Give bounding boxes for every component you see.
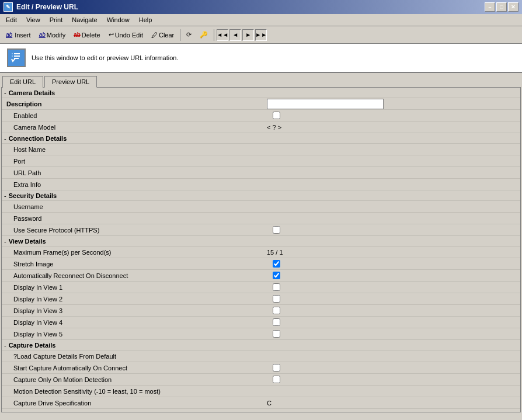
refresh-icon: ⟳ xyxy=(186,31,192,39)
menu-view[interactable]: View xyxy=(23,15,44,25)
label-duration: Maximum Duration (HH:MM) xyxy=(2,410,265,413)
insert-button[interactable]: ab Insert xyxy=(2,29,34,41)
value-extrainfo xyxy=(265,184,520,185)
section-view-details: - View Details xyxy=(2,236,520,247)
checkbox-cell-view4 xyxy=(265,318,288,326)
menu-bar: Edit View Print Navigate Window Help xyxy=(0,14,522,26)
form-row-hostname: Host Name xyxy=(2,144,520,155)
info-text: Use this window to edit or preview URL i… xyxy=(32,54,178,61)
tab-preview-url[interactable]: Preview URL xyxy=(44,76,97,88)
checkbox-view2[interactable] xyxy=(273,295,280,303)
undo-label: Undo Edit xyxy=(115,32,143,39)
form-row-view2: Display In View 2 xyxy=(2,293,520,305)
title-bar-buttons: – □ ✕ xyxy=(485,2,518,12)
label-password: Password xyxy=(2,214,265,223)
close-button[interactable]: ✕ xyxy=(508,2,518,12)
delete-label: Delete xyxy=(82,32,100,39)
separator-2 xyxy=(214,29,214,41)
nav-next-button[interactable]: ► xyxy=(242,29,254,41)
checkbox-cell-https xyxy=(265,226,288,234)
checkbox-cell-view3 xyxy=(265,307,288,314)
section-connection-details: - Connection Details xyxy=(2,133,520,144)
label-urlpath: URL Path xyxy=(2,168,265,178)
clear-button[interactable]: 🖊 Clear xyxy=(148,29,178,41)
menu-navigate[interactable]: Navigate xyxy=(68,15,100,25)
checkbox-view4[interactable] xyxy=(273,318,280,326)
svg-rect-2 xyxy=(14,55,20,57)
nav-last-button[interactable]: ►► xyxy=(255,29,267,41)
section-security-title: Security Details xyxy=(9,192,57,199)
toolbar: ab Insert ab Modify ab Delete ↩ Undo Edi… xyxy=(0,26,522,44)
separator-1 xyxy=(180,29,180,41)
checkbox-enabled[interactable] xyxy=(273,112,280,119)
label-camera-model: Camera Model xyxy=(2,123,265,132)
label-motion: Capture Only On Motion Detection xyxy=(2,375,265,384)
nav-prev-button[interactable]: ◄ xyxy=(229,29,241,41)
form-row-password: Password xyxy=(2,213,520,224)
menu-window[interactable]: Window xyxy=(103,15,133,25)
section-capture-details: - Capture Details xyxy=(2,340,520,350)
label-start-capture: Start Capture Automatically On Connect xyxy=(2,363,265,373)
label-view2: Display In View 2 xyxy=(2,294,265,304)
label-view1: Display In View 1 xyxy=(2,283,265,292)
checkbox-view1[interactable] xyxy=(273,283,280,291)
checkbox-https[interactable] xyxy=(273,226,280,234)
label-description: Description xyxy=(2,99,265,109)
checkbox-cell-enabled xyxy=(265,112,288,119)
checkbox-cell-start-capture xyxy=(265,364,288,372)
refresh-button[interactable]: ⟳ xyxy=(183,29,195,41)
value-drive: C xyxy=(265,399,520,407)
filter-button[interactable]: 🔑 xyxy=(196,29,211,41)
svg-rect-1 xyxy=(14,53,20,54)
checkbox-stretch[interactable] xyxy=(273,260,280,268)
insert-label: Insert xyxy=(15,32,31,39)
menu-help[interactable]: Help xyxy=(135,15,156,25)
form-row-view3: Display In View 3 xyxy=(2,305,520,317)
label-reconnect: Automatically Reconnect On Disconnect xyxy=(2,271,265,280)
checkbox-cell-view2 xyxy=(265,295,288,303)
value-description xyxy=(265,98,520,110)
checkbox-cell-view1 xyxy=(265,283,288,291)
undo-edit-button[interactable]: ↩ Undo Edit xyxy=(105,29,147,41)
label-username: Username xyxy=(2,202,265,211)
label-sensitivity: Motion Detection Sensitivity (-10 = leas… xyxy=(2,387,265,396)
value-fps: 15 / 1 xyxy=(265,248,520,256)
maximize-button[interactable]: □ xyxy=(496,2,507,12)
value-camera-model: < ? > xyxy=(265,123,520,131)
value-username xyxy=(265,206,520,207)
main-content: - Camera Details Description Enabled Cam… xyxy=(1,87,521,412)
form-row-view1: Display In View 1 xyxy=(2,282,520,293)
checkbox-view3[interactable] xyxy=(273,307,280,314)
tab-edit-url[interactable]: Edit URL xyxy=(2,76,43,88)
form-row-reconnect: Automatically Reconnect On Disconnect xyxy=(2,270,520,282)
minimize-button[interactable]: – xyxy=(485,2,495,12)
label-enabled: Enabled xyxy=(2,111,265,120)
form-row-username: Username xyxy=(2,201,520,213)
delete-button[interactable]: ab Delete xyxy=(70,29,103,41)
title-bar: ✎ Edit / Preview URL – □ ✕ xyxy=(0,0,522,14)
menu-print[interactable]: Print xyxy=(46,15,67,25)
modify-button[interactable]: ab Modify xyxy=(36,29,69,41)
value-hostname xyxy=(265,149,520,150)
form-row-port: Port xyxy=(2,155,520,167)
value-urlpath xyxy=(265,172,520,173)
label-load-capture: ?Load Capture Details From Default xyxy=(2,352,265,361)
nav-first-button[interactable]: ◄◄ xyxy=(217,29,228,41)
modify-label: Modify xyxy=(47,32,65,39)
checkbox-view5[interactable] xyxy=(273,330,280,338)
checkbox-start-capture[interactable] xyxy=(273,364,280,372)
value-sensitivity xyxy=(265,391,520,392)
label-drive: Capture Drive Specification xyxy=(2,398,265,408)
form-row-view5: Display In View 5 xyxy=(2,328,520,340)
checkbox-motion[interactable] xyxy=(273,376,280,383)
input-description[interactable] xyxy=(267,99,384,109)
svg-rect-4 xyxy=(12,53,13,54)
form-row-motion: Capture Only On Motion Detection xyxy=(2,374,520,386)
form-row-load-capture: ?Load Capture Details From Default xyxy=(2,350,520,362)
section-camera-title: Camera Details xyxy=(9,89,55,96)
checkbox-cell-reconnect xyxy=(265,272,288,279)
checkbox-reconnect[interactable] xyxy=(273,272,280,279)
form-row-extrainfo: Extra Info xyxy=(2,179,520,190)
menu-edit[interactable]: Edit xyxy=(2,15,20,25)
checkbox-cell-stretch xyxy=(265,260,288,268)
